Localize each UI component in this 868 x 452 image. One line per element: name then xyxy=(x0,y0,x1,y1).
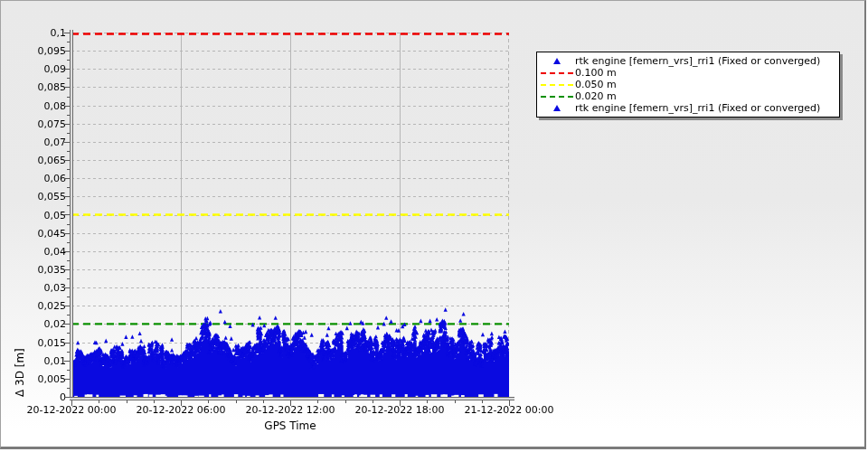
x-tick xyxy=(509,400,510,406)
y-tick-label: 0,075 xyxy=(21,118,66,130)
y-tick xyxy=(64,196,70,197)
y-tick xyxy=(64,178,70,179)
legend-entry: 0.100 m xyxy=(539,67,835,79)
y-tick xyxy=(64,324,70,325)
x-tick xyxy=(127,400,127,403)
y-tick xyxy=(64,379,70,380)
y-tick xyxy=(67,205,70,206)
y-tick xyxy=(64,214,70,215)
triangle-marker-icon xyxy=(539,105,575,111)
y-tick xyxy=(67,315,70,315)
x-tick xyxy=(373,400,373,403)
y-tick-label: 0,07 xyxy=(21,137,66,148)
y-tick xyxy=(64,33,70,33)
y-tick xyxy=(64,142,70,143)
triangle-marker-icon xyxy=(553,58,561,64)
y-tick-label: 0,015 xyxy=(21,337,66,349)
y-tick-label: 0,065 xyxy=(21,155,66,166)
y-axis-title: Δ 3D [m] xyxy=(14,33,26,397)
y-tick xyxy=(64,233,70,234)
x-tick xyxy=(290,400,291,406)
y-tick xyxy=(64,343,70,344)
dash-line-icon xyxy=(541,96,573,98)
x-tick xyxy=(208,400,209,403)
x-tick xyxy=(482,400,483,403)
x-tick xyxy=(400,400,401,406)
y-tick xyxy=(64,397,70,398)
y-tick xyxy=(64,287,70,288)
y-tick xyxy=(67,115,70,116)
dash-line-icon xyxy=(539,72,575,74)
y-tick xyxy=(67,260,70,261)
y-tick xyxy=(64,106,70,107)
y-tick xyxy=(67,388,70,389)
x-tick xyxy=(236,400,237,403)
x-tick xyxy=(427,400,428,403)
legend-entry: 0.050 m xyxy=(539,79,835,90)
y-tick xyxy=(67,133,70,134)
y-tick xyxy=(67,352,70,353)
y-tick xyxy=(67,278,70,279)
x-tick xyxy=(71,400,72,406)
x-tick xyxy=(99,400,99,403)
y-tick xyxy=(67,370,70,371)
y-tick xyxy=(64,124,70,125)
y-tick-label: 0,02 xyxy=(21,318,66,330)
y-tick-label: 0,03 xyxy=(21,282,66,294)
x-axis-line xyxy=(70,397,514,400)
y-tick xyxy=(67,97,70,98)
legend-entry-label: 0.100 m xyxy=(575,67,617,79)
y-tick xyxy=(64,51,70,52)
y-tick-label: 0,005 xyxy=(21,373,66,385)
y-tick xyxy=(64,69,70,70)
y-tick xyxy=(64,160,70,161)
y-tick xyxy=(67,187,70,188)
y-tick xyxy=(67,169,70,170)
y-tick-label: 0,055 xyxy=(21,191,66,202)
dash-line-icon xyxy=(541,84,573,86)
chart-window: 00,0050,010,0150,020,0250,030,0350,040,0… xyxy=(0,0,866,449)
y-tick-label: 0,04 xyxy=(21,246,66,258)
y-tick xyxy=(67,78,70,79)
y-tick-label: 0,045 xyxy=(21,228,66,240)
y-tick xyxy=(64,361,70,362)
y-tick-label: 0,025 xyxy=(21,300,66,312)
x-tick xyxy=(345,400,346,403)
plot-canvas[interactable] xyxy=(71,33,509,397)
legend-entry-label: 0.050 m xyxy=(575,79,617,90)
y-tick xyxy=(67,333,70,334)
dash-line-icon xyxy=(541,72,573,74)
y-tick-label: 0,05 xyxy=(21,210,66,221)
x-tick xyxy=(455,400,456,403)
x-tick xyxy=(263,400,264,403)
legend-entry-label: rtk engine [femern_vrs]_rri1 (Fixed or c… xyxy=(575,55,820,67)
x-tick xyxy=(317,400,318,403)
legend-entry: 0.020 m xyxy=(539,90,835,102)
y-tick-label: 0,035 xyxy=(21,264,66,276)
y-tick xyxy=(67,151,70,152)
y-tick xyxy=(64,269,70,270)
y-tick-label: 0 xyxy=(21,391,66,403)
x-axis-title: GPS Time xyxy=(71,419,509,432)
triangle-marker-icon xyxy=(553,105,561,111)
y-tick-label: 0,095 xyxy=(21,45,66,57)
y-tick xyxy=(67,297,70,297)
legend-entry: rtk engine [femern_vrs]_rri1 (Fixed or c… xyxy=(539,55,835,67)
legend-entry: rtk engine [femern_vrs]_rri1 (Fixed or c… xyxy=(539,102,835,114)
y-tick xyxy=(64,87,70,88)
y-tick xyxy=(67,42,70,42)
y-tick xyxy=(64,251,70,252)
triangle-marker-icon xyxy=(539,58,575,64)
y-tick xyxy=(67,60,70,61)
dash-line-icon xyxy=(539,84,575,86)
y-tick xyxy=(67,242,70,243)
y-tick-label: 0,01 xyxy=(21,355,66,367)
y-tick-label: 0,1 xyxy=(21,27,66,39)
y-tick-label: 0,06 xyxy=(21,173,66,184)
y-axis-line xyxy=(70,30,73,399)
y-tick xyxy=(64,306,70,306)
y-tick-label: 0,09 xyxy=(21,63,66,75)
x-tick xyxy=(181,400,182,406)
y-tick-label: 0,08 xyxy=(21,100,66,112)
legend-entry-label: 0.020 m xyxy=(575,90,617,102)
